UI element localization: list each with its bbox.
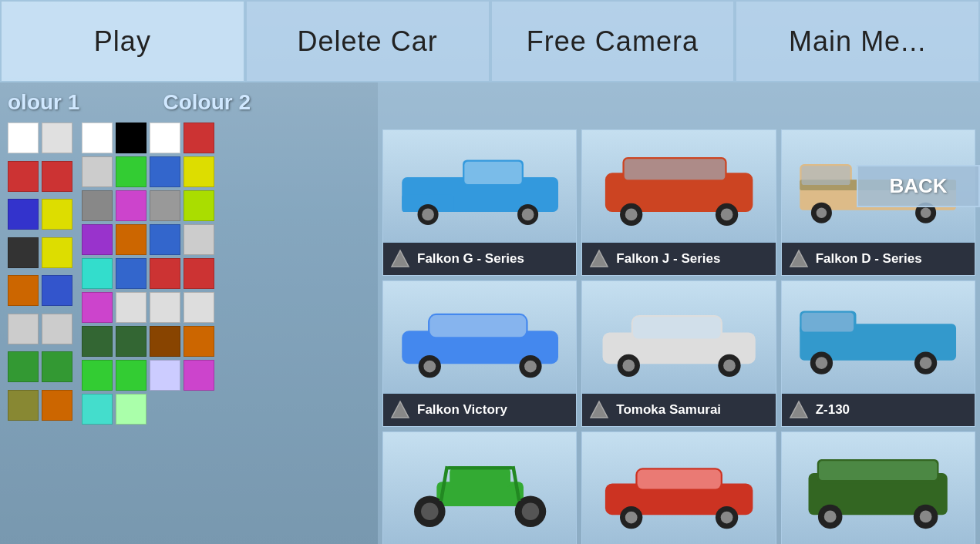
car-image-falkon-j <box>582 130 775 242</box>
colour2-swatch-7[interactable] <box>184 156 214 187</box>
car-name-falkon-j: Falkon J - Series <box>616 251 720 267</box>
svg-point-55 <box>521 503 539 521</box>
colour1-swatch-11[interactable] <box>42 314 72 344</box>
car-card-falkon-g[interactable]: Falkon G - Series <box>382 129 577 276</box>
car-logo-icon-falkon-j <box>588 248 610 270</box>
main-menu-button[interactable]: Main Me... <box>735 0 980 82</box>
colour1-swatch-5[interactable] <box>42 199 72 230</box>
colour2-swatch-26[interactable] <box>150 326 180 357</box>
colour2-swatch-12[interactable] <box>82 224 113 255</box>
colour2-swatch-31[interactable] <box>184 360 214 391</box>
car-card-falkon-j[interactable]: Falkon J - Series <box>581 129 776 276</box>
colour1-swatch-12[interactable] <box>8 351 39 382</box>
colour2-swatch-9[interactable] <box>116 190 146 221</box>
colour2-swatch-28[interactable] <box>82 360 113 391</box>
car-image-y469 <box>782 432 975 544</box>
colour2-swatch-21[interactable] <box>116 292 146 323</box>
play-button[interactable]: Play <box>0 0 245 82</box>
colour2-swatch-1[interactable] <box>116 123 146 153</box>
colour2-swatch-5[interactable] <box>116 156 146 187</box>
svg-point-31 <box>524 361 537 373</box>
car-image-wildy <box>582 432 775 544</box>
svg-point-45 <box>816 357 828 369</box>
colour1-swatch-10[interactable] <box>8 314 39 344</box>
colour2-swatch-17[interactable] <box>116 258 146 289</box>
svg-point-47 <box>920 357 932 369</box>
colour2-swatch-13[interactable] <box>116 224 146 255</box>
colour2-swatch-33[interactable] <box>116 394 146 425</box>
car-label-bar-falkon-v: Falkon Victory <box>383 394 576 426</box>
svg-rect-51 <box>450 468 510 488</box>
colour2-swatch-0[interactable] <box>82 123 113 153</box>
colour1-swatch-3[interactable] <box>42 161 72 192</box>
car-logo-icon-falkon-v <box>389 399 411 421</box>
free-camera-button[interactable]: Free Camera <box>490 0 736 82</box>
colour1-swatch-1[interactable] <box>42 123 72 153</box>
svg-point-71 <box>824 511 837 523</box>
colour2-swatch-15[interactable] <box>184 224 214 255</box>
colour1-swatch-14[interactable] <box>8 390 39 421</box>
svg-point-65 <box>721 512 733 524</box>
colour2-swatch-19[interactable] <box>184 258 214 289</box>
colour1-swatch-6[interactable] <box>8 237 39 268</box>
colour1-swatch-15[interactable] <box>42 390 72 421</box>
svg-point-37 <box>622 360 635 372</box>
car-image-falkon-g <box>383 130 576 242</box>
colour2-swatch-3[interactable] <box>184 123 214 153</box>
colour2-swatch-30[interactable] <box>150 360 180 391</box>
colour2-swatch-24[interactable] <box>82 326 113 357</box>
svg-marker-16 <box>591 250 608 267</box>
colour1-swatch-8[interactable] <box>8 275 39 306</box>
colour2-swatch-18[interactable] <box>150 258 180 289</box>
colour2-swatch-4[interactable] <box>82 156 113 187</box>
car-card-tomoka[interactable]: Tomoka Samurai <box>581 280 776 427</box>
colour2-swatch-29[interactable] <box>116 360 146 391</box>
colour2-swatch-16[interactable] <box>82 258 113 289</box>
svg-rect-24 <box>802 166 850 186</box>
svg-point-29 <box>423 361 436 373</box>
car-panel: BACK Falkon G - Series Falkon J - Series… <box>378 82 980 544</box>
colour-panel: olour 1 Colour 2 <box>0 82 378 544</box>
colour2-swatch-32[interactable] <box>82 394 113 425</box>
svg-marker-49 <box>790 401 807 418</box>
colour1-swatch-9[interactable] <box>42 275 72 306</box>
colour1-label: olour 1 <box>8 90 163 115</box>
back-button[interactable]: BACK <box>857 165 980 207</box>
colour2-swatch-11[interactable] <box>184 190 214 221</box>
svg-marker-41 <box>591 401 608 418</box>
colour1-swatch-7[interactable] <box>42 237 72 268</box>
colour2-swatch-22[interactable] <box>150 292 180 323</box>
car-label-bar-falkon-d: Falkon D - Series <box>782 243 975 275</box>
colour1-swatch-4[interactable] <box>8 199 39 230</box>
svg-point-73 <box>920 511 932 523</box>
car-card-z130[interactable]: Z-130 <box>781 280 975 427</box>
colour2-swatch-27[interactable] <box>184 326 214 357</box>
svg-rect-74 <box>819 462 937 481</box>
colour2-swatch-25[interactable] <box>116 326 146 357</box>
colour-swatches-container <box>8 123 370 425</box>
svg-rect-15 <box>625 160 726 180</box>
car-card-cindy[interactable]: Cindy Crawlers <box>382 432 577 544</box>
colour2-swatch-14[interactable] <box>150 224 180 255</box>
car-image-tomoka <box>582 281 775 393</box>
car-card-falkon-v[interactable]: Falkon Victory <box>382 280 577 427</box>
colour2-swatch-6[interactable] <box>150 156 180 187</box>
car-label-bar-tomoka: Tomoka Samurai <box>582 394 775 426</box>
car-image-cindy <box>383 432 576 544</box>
colour2-swatch-2[interactable] <box>150 123 180 153</box>
svg-point-23 <box>921 208 931 219</box>
colour1-swatch-13[interactable] <box>42 351 72 382</box>
colour2-swatch-20[interactable] <box>82 292 113 323</box>
colour2-swatch-23[interactable] <box>184 292 214 323</box>
colour2-swatch-8[interactable] <box>82 190 113 221</box>
car-logo-icon-z130 <box>788 399 810 421</box>
colour2-swatch-10[interactable] <box>150 190 180 221</box>
car-label-bar-falkon-j: Falkon J - Series <box>582 243 775 275</box>
car-card-y469[interactable]: Y-469 <box>781 432 975 544</box>
colour1-swatch-2[interactable] <box>8 161 39 192</box>
car-logo-icon-falkon-d <box>788 248 810 270</box>
svg-point-4 <box>422 209 434 221</box>
delete-car-button[interactable]: Delete Car <box>245 0 490 82</box>
colour1-swatch-0[interactable] <box>8 123 39 153</box>
car-card-wildy[interactable]: Wildy Compact <box>581 432 776 544</box>
